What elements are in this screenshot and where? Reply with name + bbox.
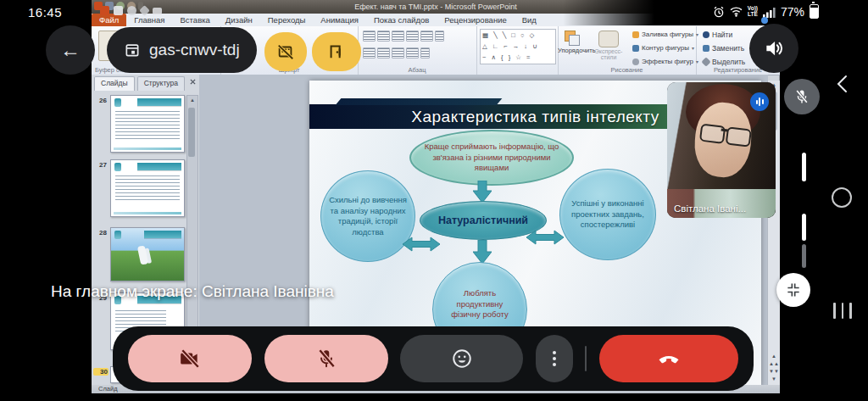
call-controls-bar (113, 326, 754, 391)
edge-chevron[interactable] (836, 75, 848, 97)
phone-screen: Ефект. навч та TMI.pptx - Microsoft Powe… (0, 0, 868, 401)
group-drawing: Упорядочить Экспресс-стили Заливка фигур… (558, 26, 697, 75)
audio-level-badge (750, 92, 769, 111)
floating-shortcut-2[interactable] (312, 32, 361, 71)
camera-off-icon (179, 348, 201, 370)
close-panel-icon[interactable] (190, 76, 196, 91)
shape-fill-button[interactable]: Заливка фигуры▾ (632, 31, 698, 38)
signal-strength-icon (763, 6, 776, 18)
align-buttons[interactable] (362, 47, 431, 63)
shapes-grid-icon[interactable]: ▦ ╲ ╲ □ ○ ◇△ ∟ ⌐ → ↓ ∪~ ∧ { } ☆ = (480, 29, 556, 64)
end-call-button[interactable] (599, 335, 738, 382)
tab-slideshow[interactable]: Показ слайдов (366, 14, 437, 26)
bubble-left[interactable]: Схильні до вивчення та аналізу народних … (320, 170, 415, 262)
slide-number: 28 (93, 229, 107, 237)
tab-home[interactable]: Главная (126, 14, 172, 26)
shape-effects-button[interactable]: Эффекты фигур▾ (632, 58, 698, 65)
notification-dot (761, 17, 768, 24)
find-button[interactable]: Найти (703, 31, 732, 39)
slide-number: 26 (93, 97, 107, 104)
photo-notification-icon (114, 6, 123, 15)
reactions-button[interactable] (400, 335, 523, 382)
panel-scrollbar[interactable]: ▲ (186, 95, 198, 361)
home-button[interactable] (832, 187, 852, 208)
more-options-button[interactable] (536, 335, 573, 382)
volume-slider-track (802, 244, 806, 268)
shape-outline-button[interactable]: Контур фигуры▾ (632, 44, 694, 52)
chevron-left-icon (836, 75, 848, 93)
meeting-code-pill[interactable]: gas-cnwv-tdj (107, 27, 257, 73)
participant-name: Світлана Івані... (674, 203, 746, 214)
slide-number-selected: 30 (93, 368, 108, 376)
smiley-icon (451, 348, 473, 370)
mic-off-icon (793, 88, 810, 105)
group-paragraph: Абзац (358, 26, 477, 75)
arrow-left-right-icon (526, 230, 564, 245)
clock: 16:45 (28, 5, 62, 19)
mic-toggle-button[interactable] (264, 335, 388, 382)
shapes-gallery[interactable]: ▦ ╲ ╲ □ ○ ◇△ ∟ ⌐ → ↓ ∪~ ∧ { } ☆ = (476, 26, 559, 75)
tab-animations[interactable]: Анимация (313, 14, 366, 26)
slide-thumbnail-26[interactable] (110, 95, 185, 153)
tab-review[interactable]: Рецензирование (437, 14, 514, 26)
window-title: Ефект. навч та TMI.pptx - Microsoft Powe… (354, 3, 517, 11)
tab-transitions[interactable]: Переходы (260, 14, 314, 26)
floating-shortcut-1[interactable] (264, 32, 307, 71)
recents-button[interactable] (833, 303, 852, 319)
quick-styles-icon[interactable] (598, 31, 619, 47)
slide-number: 27 (93, 161, 107, 169)
hang-up-icon (656, 346, 682, 371)
tab-design[interactable]: Дизайн (218, 14, 260, 26)
calendar-icon (124, 42, 141, 58)
list-buttons[interactable] (362, 30, 445, 46)
participant-muted-indicator (784, 79, 820, 114)
camera-toggle-button[interactable] (128, 335, 252, 382)
back-button[interactable]: ← (46, 25, 95, 75)
bubble-top[interactable]: Краще сприймають інформацію, що зв'язана… (409, 130, 574, 186)
alarm-icon (713, 6, 725, 18)
tab-file[interactable]: Файл (92, 14, 126, 26)
panel-slash-icon (276, 42, 295, 61)
back-arrow-icon: ← (60, 38, 81, 62)
app-notification-icon (139, 5, 150, 16)
battery-icon (810, 4, 819, 19)
panel-tabs: Слайды Структура (92, 76, 199, 91)
arrange-icon[interactable] (565, 31, 580, 44)
tab-outline[interactable]: Структура (137, 76, 185, 91)
participant-video[interactable]: Світлана Івані... (667, 82, 776, 218)
audio-output-button[interactable] (749, 24, 798, 73)
arrow-down-icon (473, 181, 492, 203)
battery-percent: 77% (781, 5, 804, 19)
mic-off-icon (315, 348, 337, 370)
arrow-left-right-icon (403, 237, 440, 252)
volume-slider[interactable] (802, 214, 806, 241)
collapse-arrows-icon (785, 281, 802, 298)
exit-fullscreen-button[interactable] (776, 273, 810, 307)
volte-indicator: Vo)) LTE (748, 6, 758, 17)
message-notification-icon (153, 8, 162, 14)
tab-slides-thumbnails[interactable]: Слайды (94, 76, 135, 91)
tab-insert[interactable]: Вставка (173, 14, 218, 26)
powerpoint-notification-icon (100, 6, 109, 15)
door-exit-icon (327, 42, 346, 61)
replace-button[interactable]: Заменить (703, 44, 744, 53)
wifi-icon (730, 6, 743, 17)
controls-divider (585, 346, 587, 371)
slide-thumbnail-27[interactable] (110, 159, 185, 217)
volume-slider[interactable] (802, 153, 806, 181)
slide-thumbnail-28[interactable] (110, 227, 185, 281)
quick-styles-button[interactable]: Экспресс-стили (590, 48, 627, 60)
arrow-down-icon (473, 240, 492, 264)
meeting-code: gas-cnwv-tdj (149, 41, 240, 59)
speaker-icon (763, 37, 785, 59)
select-button[interactable]: Выделить (703, 58, 745, 66)
slide-nav-buttons[interactable]: ▲▲▲▼▼▼ (768, 353, 780, 383)
on-main-screen-banner: На главном экране: Світлана Іванівна (51, 282, 334, 301)
tab-view[interactable]: Вид (515, 14, 544, 26)
notification-icons (100, 6, 162, 15)
bubble-right[interactable]: Успішні у виконанні проектних завдань, с… (559, 169, 656, 260)
camera-notification-icon (127, 6, 136, 15)
